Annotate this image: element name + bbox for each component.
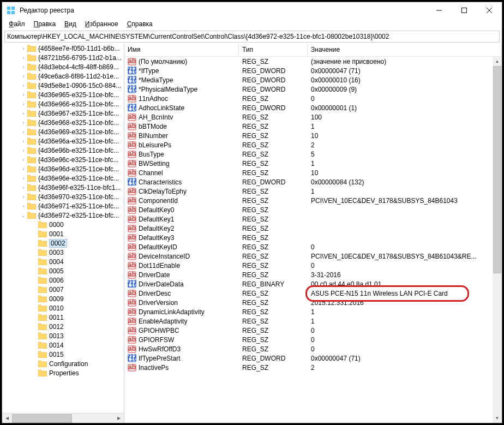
tree-sub-item[interactable]: 0005 [26,266,124,276]
tree-item[interactable]: ›{4d36e96d-e325-11ce-bfc... [15,164,124,173]
expand-icon[interactable]: › [20,120,27,125]
expand-icon[interactable]: › [20,129,27,135]
expand-icon[interactable]: › [20,83,27,88]
expand-icon[interactable]: › [20,203,27,209]
registry-value-row[interactable]: 011110AdhocLinkStateREG_DWORD0x00000001 … [124,103,502,112]
minimize-button[interactable] [427,2,452,19]
tree-item[interactable]: ›{4d36e970-e325-11ce-bfc... [15,192,124,201]
tree-item[interactable]: ›{4d36e96a-e325-11ce-bfc... [15,136,124,146]
tree-sub-item[interactable]: 0002 [26,238,124,248]
tree-sub-item[interactable]: 0003 [26,248,124,257]
tree-item[interactable]: ›{4d36e96c-e325-11ce-bfc... [15,155,124,164]
tree-item[interactable]: ›{4d36e965-e325-11ce-bfc... [15,90,124,99]
tree-item[interactable]: ›{4d36e96f-e325-11ce-bfc1... [15,183,124,192]
tree-item[interactable]: ›{48721b56-6795-11d2-b1a... [15,53,124,62]
tree-item[interactable]: ›{4d36e967-e325-11ce-bfc... [15,109,124,118]
tree-sub-item[interactable]: 0007 [26,285,124,294]
tree-sub-item[interactable]: 0000 [26,220,124,229]
tree-sub-item[interactable]: 0004 [26,257,124,266]
tree-sub-item[interactable]: 0011 [26,313,124,322]
registry-value-row[interactable]: abGPIORFSWREG_SZ0 [124,335,502,344]
expand-icon[interactable]: › [20,46,27,51]
registry-value-row[interactable]: 011110DriverDateDataREG_BINARY00 c0 ad 4… [124,279,502,289]
registry-value-row[interactable]: abDefaultKey2REG_SZ [124,224,502,233]
registry-value-row[interactable]: abDot11dEnableREG_SZ0 [124,261,502,270]
registry-value-row[interactable]: abInactivePsREG_SZ2 [124,363,502,372]
registry-value-row[interactable]: abBINumberREG_SZ10 [124,131,502,140]
expand-icon[interactable]: › [20,176,27,181]
tree-sub-item[interactable]: 0012 [26,322,124,331]
registry-value-row[interactable]: ab(По умолчанию)REG_SZ(значение не присв… [124,57,502,66]
tree-sub-item[interactable]: Properties [26,368,124,378]
registry-value-row[interactable]: abBusTypeREG_SZ5 [124,149,502,159]
tree-sub-item[interactable]: 0013 [26,331,124,340]
registry-value-row[interactable]: abDefaultKeyIDREG_SZ0 [124,242,502,252]
tree-hscrollbar[interactable]: ◀ ▶ [2,413,124,423]
registry-value-row[interactable]: abDefaultKey0REG_SZ [124,205,502,214]
tree-sub-item[interactable]: 0014 [26,340,124,350]
registry-value-row[interactable]: abDriverDescREG_SZASUS PCE-N15 11n Wirel… [124,289,502,298]
scroll-down-icon[interactable]: ▼ [493,414,502,423]
registry-value-row[interactable]: abDriverVersionREG_SZ2015.12.331.2016 [124,298,502,307]
tree-item[interactable]: ›{49ce6ac8-6f86-11d2-b1e... [15,71,124,81]
registry-value-row[interactable]: abEnableAdaptivityREG_SZ1 [124,316,502,326]
col-header-value[interactable]: Значение [308,44,502,56]
menu-favorites[interactable]: Избранное [81,19,123,29]
tree-sub-item[interactable]: 0001 [26,229,124,238]
expand-icon[interactable]: › [20,185,27,190]
registry-value-row[interactable]: abDefaultKey1REG_SZ [124,214,502,224]
col-header-name[interactable]: Имя [124,44,239,56]
tree-item[interactable]: ›{4d36e966-e325-11ce-bfc... [15,99,124,109]
registry-value-row[interactable]: abGPIOHWPBCREG_SZ0 [124,326,502,335]
tree-sub-item[interactable]: 0006 [26,276,124,285]
expand-icon[interactable]: › [20,101,27,107]
titlebar[interactable]: Редактор реестра [2,2,502,19]
scroll-thumb[interactable] [493,66,501,273]
col-header-type[interactable]: Тип [239,44,308,56]
scroll-thumb[interactable] [12,414,72,423]
tree-sub-item[interactable]: 0010 [26,303,124,313]
tree-item[interactable]: ›{4d36e969-e325-11ce-bfc... [15,127,124,136]
menu-file[interactable]: Файл [4,19,29,29]
registry-value-row[interactable]: abClkDelayToEphyREG_SZ1 [124,187,502,196]
list-body[interactable]: ab(По умолчанию)REG_SZ(значение не присв… [124,57,502,372]
tree-item[interactable]: ›{4d36e968-e325-11ce-bfc... [15,118,124,127]
expand-icon[interactable]: › [20,157,27,163]
tree-item[interactable]: ›{49d5e8e1-0906-15c0-884... [15,81,124,90]
tree-item[interactable]: ›{4d36e96e-e325-11ce-bfc... [15,173,124,183]
list-vscrollbar[interactable]: ▲ ▼ [493,57,502,423]
tree-pane[interactable]: ›{4658ee7e-f050-11d1-b6b...›{48721b56-67… [2,44,124,423]
maximize-button[interactable] [452,2,477,19]
menu-help[interactable]: Справка [123,19,157,29]
tree-item[interactable]: ›{4d36e971-e325-11ce-bfc... [15,201,124,211]
registry-value-row[interactable]: abComponentIdREG_SZPCI\VEN_10EC&DEV_8178… [124,196,502,205]
registry-value-row[interactable]: abChannelREG_SZ10 [124,168,502,177]
expand-icon[interactable]: › [20,111,27,116]
close-button[interactable] [477,2,502,19]
expand-icon[interactable]: ⌄ [20,213,27,218]
scroll-left-icon[interactable]: ◀ [2,414,12,423]
expand-icon[interactable]: › [20,194,27,200]
address-bar[interactable]: Компьютер\HKEY_LOCAL_MACHINE\SYSTEM\Curr… [4,31,500,43]
registry-value-row[interactable]: abDefaultKey3REG_SZ [124,233,502,242]
expand-icon[interactable]: › [20,92,27,98]
expand-icon[interactable]: › [20,64,27,70]
registry-value-row[interactable]: abbBTModeREG_SZ1 [124,122,502,131]
expand-icon[interactable]: › [20,139,27,144]
registry-value-row[interactable]: abAH_BcnIntvREG_SZ100 [124,112,502,122]
registry-value-row[interactable]: abDeviceInstanceIDREG_SZPCI\VEN_10EC&DEV… [124,252,502,261]
tree-item[interactable]: ⌄{4d36e972-e325-11ce-bfc... [15,211,124,220]
expand-icon[interactable]: › [20,74,27,79]
expand-icon[interactable]: › [20,55,27,61]
tree-sub-item[interactable]: 0015 [26,350,124,359]
menu-view[interactable]: Вид [60,19,81,29]
tree-item[interactable]: ›{4658ee7e-f050-11d1-b6b... [15,44,124,53]
registry-value-row[interactable]: abDynamicLinkAdaptivityREG_SZ1 [124,307,502,316]
registry-value-row[interactable]: abbLeisurePsREG_SZ2 [124,140,502,149]
menu-edit[interactable]: Правка [29,19,61,29]
registry-value-row[interactable]: abBWSettingREG_SZ1 [124,159,502,168]
registry-value-row[interactable]: 011110CharacteristicsREG_DWORD0x00000084… [124,177,502,187]
registry-value-row[interactable]: 011110*MediaTypeREG_DWORD0x00000010 (16) [124,75,502,85]
expand-icon[interactable]: › [20,166,27,172]
registry-value-row[interactable]: 011110*IfTypeREG_DWORD0x00000047 (71) [124,66,502,75]
